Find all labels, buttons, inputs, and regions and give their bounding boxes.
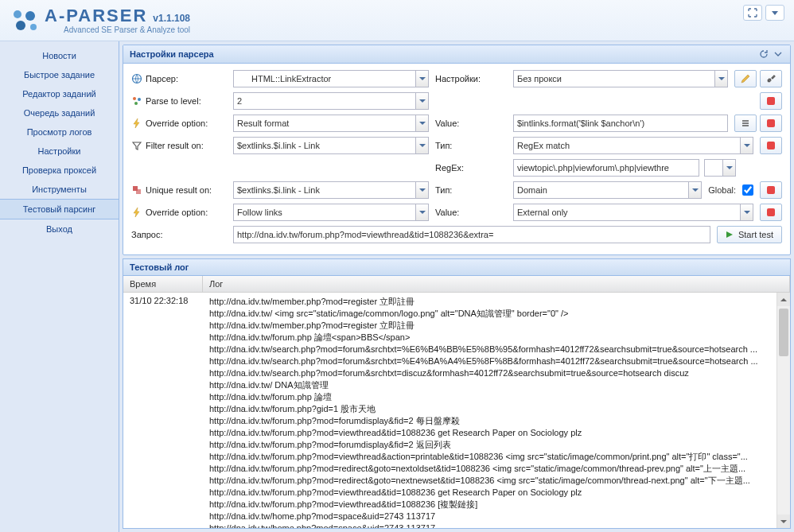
remove-button[interactable] bbox=[760, 115, 782, 132]
col-log[interactable]: Лог bbox=[203, 276, 790, 292]
value-select-2[interactable] bbox=[513, 204, 740, 221]
sidebar-item[interactable]: Редактор заданий bbox=[0, 84, 119, 103]
tools-button[interactable] bbox=[760, 70, 782, 87]
logo-icon bbox=[10, 8, 40, 33]
logo: A-PARSER v1.1.108 Advanced SE Parser & A… bbox=[10, 7, 190, 34]
label-global: Global: bbox=[708, 185, 736, 195]
combo-trigger[interactable] bbox=[415, 137, 429, 154]
label-regex: RegEx: bbox=[435, 163, 507, 173]
scroll-down-arrow[interactable] bbox=[777, 515, 790, 528]
test-log-panel: Тестовый лог Время Лог 31/10 22:32:18 ht… bbox=[123, 258, 791, 529]
log-line: http://dna.idv.tw/ DNA知識管理 bbox=[209, 379, 784, 391]
remove-button[interactable] bbox=[760, 204, 782, 221]
lightning-icon bbox=[131, 207, 142, 218]
filter-type-select[interactable] bbox=[513, 137, 740, 154]
svg-point-0 bbox=[14, 10, 21, 18]
log-line: http://dna.idv.tw/member.php?mod=registe… bbox=[209, 320, 784, 332]
list-button[interactable] bbox=[734, 115, 757, 132]
svg-rect-11 bbox=[769, 122, 773, 124]
log-line: http://dna.idv.tw/search.php?mod=forum&s… bbox=[209, 367, 784, 379]
log-line: http://dna.idv.tw/forum.php?mod=viewthre… bbox=[209, 427, 784, 439]
filter-select[interactable] bbox=[233, 137, 415, 154]
label-value: Value: bbox=[435, 208, 507, 217]
app-header: A-PARSER v1.1.108 Advanced SE Parser & A… bbox=[0, 0, 794, 41]
edit-button[interactable] bbox=[734, 70, 757, 87]
combo-trigger[interactable] bbox=[740, 137, 753, 154]
log-body: 31/10 22:32:18 http://dna.idv.tw/member.… bbox=[123, 293, 790, 528]
log-line: http://dna.idv.tw/forum.php?mod=redirect… bbox=[209, 475, 784, 487]
combo-trigger[interactable] bbox=[688, 181, 702, 199]
sidebar-item[interactable]: Тестовый парсинг bbox=[0, 199, 119, 219]
log-line: http://dna.idv.tw/forum.php?gid=1 股市天地 bbox=[209, 403, 784, 415]
nodes-icon bbox=[131, 95, 142, 107]
refresh-icon[interactable] bbox=[758, 49, 769, 60]
label-value: Value: bbox=[435, 118, 507, 128]
scroll-up-arrow[interactable] bbox=[777, 293, 790, 306]
global-checkbox[interactable] bbox=[742, 184, 753, 196]
globe-icon bbox=[131, 73, 142, 84]
sidebar-item[interactable]: Настройки bbox=[0, 142, 119, 161]
combo-trigger[interactable] bbox=[415, 70, 429, 87]
svg-rect-19 bbox=[769, 212, 773, 213]
log-line: http://dna.idv.tw/forum.php?mod=viewthre… bbox=[209, 499, 784, 511]
start-test-button[interactable]: Start test bbox=[717, 226, 782, 243]
log-line: http://dna.idv.tw/forum.php 論壇<span>BBS<… bbox=[209, 332, 784, 344]
combo-trigger[interactable] bbox=[722, 159, 736, 177]
combo-trigger[interactable] bbox=[714, 70, 728, 87]
combo-trigger[interactable] bbox=[415, 181, 429, 199]
settings-select[interactable] bbox=[513, 70, 714, 87]
combo-trigger[interactable] bbox=[415, 92, 429, 110]
remove-button[interactable] bbox=[760, 137, 782, 154]
fullscreen-button[interactable] bbox=[743, 5, 762, 21]
sidebar-item[interactable]: Очередь заданий bbox=[0, 103, 119, 122]
start-test-label: Start test bbox=[738, 230, 773, 239]
app-tagline: Advanced SE Parser & Analyze tool bbox=[45, 26, 190, 34]
log-line: http://dna.idv.tw/forum.php 論壇 bbox=[209, 391, 784, 403]
parser-select[interactable] bbox=[233, 70, 415, 87]
svg-rect-15 bbox=[136, 189, 141, 194]
svg-point-3 bbox=[30, 24, 37, 30]
filter-icon bbox=[131, 140, 142, 151]
col-time[interactable]: Время bbox=[123, 276, 203, 292]
app-name: A-PARSER bbox=[45, 6, 147, 25]
collapse-icon[interactable] bbox=[773, 49, 784, 60]
log-line: http://dna.idv.tw/ <img src="static/imag… bbox=[209, 308, 784, 320]
label-type: Тип: bbox=[435, 185, 507, 195]
unique-select[interactable] bbox=[233, 181, 415, 199]
remove-button[interactable] bbox=[760, 92, 782, 110]
unique-type-select[interactable] bbox=[513, 181, 688, 199]
sidebar-item[interactable]: Быстрое задание bbox=[0, 65, 119, 84]
override-select-1[interactable] bbox=[233, 115, 415, 132]
sidebar-item[interactable]: Просмотр логов bbox=[0, 122, 119, 142]
svg-point-2 bbox=[16, 21, 25, 30]
value-input-1[interactable] bbox=[513, 115, 728, 132]
parse-level-input[interactable] bbox=[233, 92, 415, 110]
combo-trigger[interactable] bbox=[415, 115, 429, 132]
query-input[interactable] bbox=[233, 226, 710, 243]
log-line: http://dna.idv.tw/search.php?mod=forum&s… bbox=[209, 344, 784, 355]
vertical-scrollbar[interactable] bbox=[776, 293, 790, 528]
label-parser: Парсер: bbox=[146, 74, 178, 83]
regex-input[interactable] bbox=[513, 159, 699, 177]
dropdown-button[interactable] bbox=[765, 5, 784, 21]
scroll-thumb[interactable] bbox=[779, 309, 788, 356]
combo-trigger[interactable] bbox=[740, 204, 753, 221]
label-filter-result-on: Filter result on: bbox=[146, 141, 204, 150]
log-line: http://dna.idv.tw/home.php?mod=space&uid… bbox=[209, 511, 784, 522]
log-panel-title: Тестовый лог bbox=[123, 259, 790, 276]
label-parse-to-level: Parse to level: bbox=[146, 96, 201, 106]
combo-trigger[interactable] bbox=[415, 204, 429, 221]
svg-rect-17 bbox=[769, 189, 773, 191]
override-select-2[interactable] bbox=[233, 204, 415, 221]
label-type: Тип: bbox=[435, 141, 507, 150]
log-line: http://dna.idv.tw/forum.php?mod=forumdis… bbox=[209, 439, 784, 451]
sidebar-item[interactable]: Проверка проксей bbox=[0, 161, 119, 180]
log-line: http://dna.idv.tw/member.php?mod=registe… bbox=[209, 296, 784, 308]
regex-flag-input[interactable] bbox=[704, 159, 722, 177]
sidebar-item[interactable]: Выход bbox=[0, 219, 119, 239]
svg-point-1 bbox=[25, 11, 35, 21]
label-settings: Настройки: bbox=[435, 74, 507, 83]
remove-button[interactable] bbox=[760, 181, 782, 199]
sidebar-item[interactable]: Новости bbox=[0, 46, 119, 65]
sidebar-item[interactable]: Инструменты bbox=[0, 180, 119, 199]
